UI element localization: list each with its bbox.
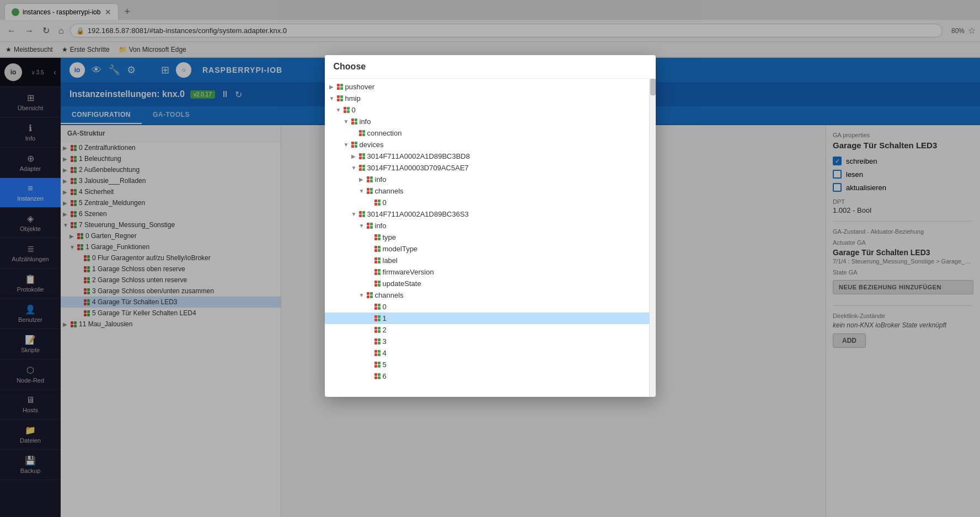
modal-grid-hmip-0 xyxy=(344,107,350,113)
modal-grid-device2-ch0 xyxy=(374,200,381,206)
modal-item-ch0[interactable]: 0 xyxy=(325,301,649,313)
modal-grid-ch4 xyxy=(374,350,381,356)
modal-label-label: label xyxy=(383,256,398,265)
modal-label-modeltype: modelType xyxy=(383,245,418,253)
modal-item-pushover[interactable]: ▶ pushover xyxy=(325,81,649,93)
modal-label-ch6: 6 xyxy=(383,372,387,380)
modal-grid-ch1 xyxy=(374,315,381,321)
modal-grid-device3-info xyxy=(367,223,373,229)
modal-toggle-device1[interactable]: ▶ xyxy=(351,153,359,159)
modal-item-ch3[interactable]: 3 xyxy=(325,336,649,347)
modal-grid-hmip xyxy=(337,95,343,101)
modal-item-ch4[interactable]: 4 xyxy=(325,347,649,359)
scrollbar-thumb[interactable] xyxy=(650,79,656,95)
modal-grid-devices xyxy=(351,142,357,148)
modal-item-device2-channels[interactable]: ▼ channels xyxy=(325,185,649,197)
modal-grid-modeltype xyxy=(374,246,381,252)
modal-label-ch2: 2 xyxy=(383,326,387,334)
modal-scrollbar[interactable] xyxy=(649,79,656,397)
modal-item-hmip-0-info[interactable]: ▼ info xyxy=(325,116,649,127)
modal-item-updatestate[interactable]: updateState xyxy=(325,278,649,289)
modal-label-hmip-0: 0 xyxy=(352,106,356,114)
modal-label-ch5: 5 xyxy=(383,360,387,369)
modal-item-ch6[interactable]: 6 xyxy=(325,370,649,382)
modal-toggle-device2-info[interactable]: ▶ xyxy=(359,176,367,182)
modal-grid-device3 xyxy=(359,211,365,217)
modal-label-hmip: hmip xyxy=(345,94,361,103)
modal-grid-connection xyxy=(359,130,365,136)
modal-label-firmware: firmwareVersion xyxy=(383,268,434,276)
modal-toggle-hmip-0-info[interactable]: ▼ xyxy=(344,119,351,125)
modal-grid-updatestate xyxy=(374,281,381,287)
modal-label-type: type xyxy=(383,233,397,241)
modal-grid-device3-channels xyxy=(367,292,373,298)
modal-item-device1[interactable]: ▶ 3014F711A0002A1D89BC3BD8 xyxy=(325,150,649,162)
modal-grid-device2 xyxy=(359,165,365,171)
modal-grid-ch3 xyxy=(374,338,381,344)
modal-item-label[interactable]: label xyxy=(325,255,649,266)
modal-grid-pushover xyxy=(337,84,343,90)
modal-toggle-device3-info[interactable]: ▼ xyxy=(359,223,367,229)
modal-item-modeltype[interactable]: modelType xyxy=(325,243,649,255)
modal-item-devices[interactable]: ▼ devices xyxy=(325,139,649,150)
modal-overlay[interactable]: Choose ▶ pushover ▼ xyxy=(0,0,980,517)
choose-modal: Choose ▶ pushover ▼ xyxy=(325,55,656,397)
modal-item-ch5[interactable]: 5 xyxy=(325,359,649,370)
modal-item-device2-info[interactable]: ▶ info xyxy=(325,174,649,185)
modal-label-connection: connection xyxy=(367,129,402,137)
modal-label-device2-ch0: 0 xyxy=(383,198,387,207)
modal-item-device3-info[interactable]: ▼ info xyxy=(325,220,649,231)
modal-label-pushover: pushover xyxy=(345,83,374,91)
modal-label-updatestate: updateState xyxy=(383,279,421,288)
modal-item-device3[interactable]: ▼ 3014F711A0002A1D89BC36S3 xyxy=(325,208,649,220)
modal-toggle-hmip-0[interactable]: ▼ xyxy=(336,107,344,113)
modal-toggle-hmip[interactable]: ▼ xyxy=(329,95,337,101)
modal-item-ch1[interactable]: 1 xyxy=(325,313,649,324)
modal-label-hmip-0-info: info xyxy=(360,117,371,126)
modal-label-device3: 3014F711A0002A1D89BC36S3 xyxy=(367,210,469,218)
modal-toggle-device3[interactable]: ▼ xyxy=(351,211,359,217)
modal-grid-ch2 xyxy=(374,327,381,333)
modal-toggle-device3-channels[interactable]: ▼ xyxy=(359,292,367,298)
modal-item-hmip[interactable]: ▼ hmip xyxy=(325,93,649,104)
modal-item-firmware[interactable]: firmwareVersion xyxy=(325,266,649,278)
modal-grid-ch5 xyxy=(374,362,381,368)
modal-grid-device2-channels xyxy=(367,188,373,194)
modal-label-devices: devices xyxy=(360,141,384,149)
modal-label-device3-channels: channels xyxy=(375,291,404,299)
modal-grid-device2-info xyxy=(367,176,373,182)
modal-label-device3-info: info xyxy=(375,222,387,230)
modal-toggle-devices[interactable]: ▼ xyxy=(344,142,351,148)
modal-toggle-device2-channels[interactable]: ▼ xyxy=(359,188,367,194)
modal-label-ch3: 3 xyxy=(383,337,387,346)
modal-grid-ch6 xyxy=(374,373,381,379)
modal-grid-firmware xyxy=(374,269,381,275)
modal-item-device3-channels[interactable]: ▼ channels xyxy=(325,289,649,301)
modal-item-device2-ch0[interactable]: 0 xyxy=(325,197,649,208)
modal-item-connection[interactable]: connection xyxy=(325,127,649,139)
modal-label-device2-info: info xyxy=(375,175,387,184)
modal-grid-device1 xyxy=(359,153,365,159)
modal-item-device2[interactable]: ▼ 3014F711A00003D709AC5AE7 xyxy=(325,162,649,174)
modal-item-type[interactable]: type xyxy=(325,231,649,243)
modal-label-device2-channels: channels xyxy=(375,187,404,195)
modal-grid-type xyxy=(374,234,381,240)
modal-title: Choose xyxy=(325,55,656,79)
modal-grid-label xyxy=(374,257,381,263)
modal-item-ch2[interactable]: 2 xyxy=(325,324,649,336)
modal-grid-ch0 xyxy=(374,304,381,310)
modal-label-device1: 3014F711A0002A1D89BC3BD8 xyxy=(367,152,470,160)
modal-label-device2: 3014F711A00003D709AC5AE7 xyxy=(367,164,469,172)
modal-label-ch0: 0 xyxy=(383,303,387,311)
modal-toggle-device2[interactable]: ▼ xyxy=(351,165,359,171)
modal-toggle-pushover[interactable]: ▶ xyxy=(329,84,337,90)
modal-label-ch4: 4 xyxy=(383,349,387,357)
modal-grid-hmip-0-info xyxy=(351,119,357,125)
modal-item-hmip-0[interactable]: ▼ 0 xyxy=(325,104,649,116)
modal-label-ch1: 1 xyxy=(383,314,387,322)
modal-tree: ▶ pushover ▼ hmip xyxy=(325,79,649,397)
